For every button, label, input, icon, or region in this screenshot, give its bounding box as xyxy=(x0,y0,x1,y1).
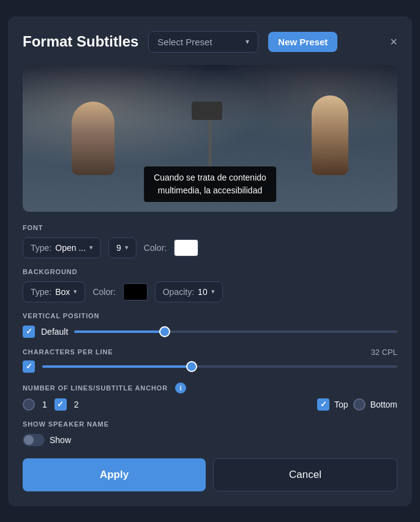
font-type-dropdown[interactable]: Type: Open ... ▾ xyxy=(23,237,101,258)
lines-options-row: 1 2 Top Bottom xyxy=(23,398,397,411)
chevron-down-icon: ▾ xyxy=(211,288,215,296)
top-label: Top xyxy=(334,400,348,409)
lines-option-2-radio[interactable] xyxy=(54,398,67,411)
person-silhouette-1 xyxy=(72,102,114,175)
lines-option-2-label: 2 xyxy=(74,400,79,409)
lines-header-row: NUMBER OF LINES/SUBTITLE ANCHOR i xyxy=(23,382,397,393)
format-subtitles-dialog: Format Subtitles Select Preset ▾ New Pre… xyxy=(8,17,412,506)
cpl-section-label: CHARACTERS PER LINE xyxy=(23,348,113,356)
cpl-row xyxy=(23,360,397,373)
cpl-slider-thumb[interactable] xyxy=(186,361,197,372)
info-icon[interactable]: i xyxy=(175,382,186,393)
cpl-value-label: 32 CPL xyxy=(371,348,397,357)
toggle-thumb xyxy=(24,435,34,445)
font-size-value: 9 xyxy=(116,243,121,253)
vertical-position-row: Default xyxy=(23,326,397,338)
cpl-slider-fill xyxy=(42,365,192,368)
font-color-swatch[interactable] xyxy=(174,239,198,256)
vertical-position-label: VERTICAL POSITION xyxy=(23,312,397,319)
bottom-label: Bottom xyxy=(370,400,397,409)
chevron-down-icon: ▾ xyxy=(89,244,93,252)
dialog-header: Format Subtitles Select Preset ▾ New Pre… xyxy=(23,31,397,53)
show-speaker-toggle-wrap: Show xyxy=(23,434,397,446)
show-speaker-toggle[interactable] xyxy=(23,434,45,446)
lines-option-1-radio[interactable] xyxy=(23,398,35,411)
lines-section-label: NUMBER OF LINES/SUBTITLE ANCHOR xyxy=(23,384,168,392)
person-silhouette-2 xyxy=(312,95,348,175)
dialog-title: Format Subtitles xyxy=(23,33,138,50)
bg-color-label: Color: xyxy=(92,287,115,297)
font-type-value: Open ... xyxy=(55,243,86,253)
bg-color-swatch[interactable] xyxy=(123,283,148,300)
font-row: Type: Open ... ▾ 9 ▾ Color: xyxy=(23,237,397,258)
cpl-checkbox[interactable] xyxy=(23,360,35,373)
show-speaker-section: SHOW SPEAKER NAME Show xyxy=(23,420,397,446)
vertical-default-checkbox[interactable] xyxy=(23,326,35,338)
font-type-prefix: Type: xyxy=(31,243,51,253)
vertical-default-label: Default xyxy=(41,327,68,337)
chevron-down-icon: ▾ xyxy=(125,244,129,252)
subtitle-line-1: Cuando se trata de contenido xyxy=(154,171,266,184)
vertical-slider-fill xyxy=(74,330,165,333)
font-section: FONT Type: Open ... ▾ 9 ▾ Color: xyxy=(23,224,397,258)
top-checkbox[interactable] xyxy=(317,398,329,411)
background-section: BACKGROUND Type: Box ▾ Color: Opacity: 1… xyxy=(23,268,397,302)
show-speaker-section-label: SHOW SPEAKER NAME xyxy=(23,420,397,428)
select-preset-button[interactable]: Select Preset ▾ xyxy=(148,31,258,53)
action-buttons: Apply Cancel xyxy=(23,458,397,491)
background-section-label: BACKGROUND xyxy=(23,268,397,275)
chevron-down-icon: ▾ xyxy=(246,37,249,46)
cpl-section: CHARACTERS PER LINE 32 CPL xyxy=(23,348,397,373)
background-row: Type: Box ▾ Color: Opacity: 10 ▾ xyxy=(23,282,397,302)
cancel-button[interactable]: Cancel xyxy=(213,458,397,491)
font-color-label: Color: xyxy=(144,243,167,253)
lines-anchor-section: NUMBER OF LINES/SUBTITLE ANCHOR i 1 2 To… xyxy=(23,382,397,411)
bg-type-value: Box xyxy=(55,287,70,297)
font-size-dropdown[interactable]: 9 ▾ xyxy=(108,237,137,258)
lines-option-1-label: 1 xyxy=(42,400,47,409)
top-bottom-group: Top Bottom xyxy=(317,398,397,411)
opacity-dropdown[interactable]: Opacity: 10 ▾ xyxy=(155,282,223,302)
vertical-position-slider[interactable] xyxy=(74,330,397,333)
show-speaker-label: Show xyxy=(50,435,71,445)
font-section-label: FONT xyxy=(23,224,397,231)
vertical-slider-thumb[interactable] xyxy=(159,326,170,337)
apply-button[interactable]: Apply xyxy=(23,458,206,491)
video-preview: Cuando se trata de contenido multimedia,… xyxy=(23,65,397,212)
vertical-position-section: VERTICAL POSITION Default xyxy=(23,312,397,338)
cpl-slider[interactable] xyxy=(42,365,397,368)
opacity-value: 10 xyxy=(198,287,208,297)
cpl-header-row: CHARACTERS PER LINE 32 CPL xyxy=(23,348,397,357)
select-preset-label: Select Preset xyxy=(157,37,212,47)
new-preset-button[interactable]: New Preset xyxy=(268,32,337,52)
chevron-down-icon: ▾ xyxy=(73,288,77,296)
subtitle-overlay: Cuando se trata de contenido multimedia,… xyxy=(144,166,276,202)
background-type-dropdown[interactable]: Type: Box ▾ xyxy=(23,282,85,302)
bg-type-prefix: Type: xyxy=(31,287,51,297)
camera-head xyxy=(192,102,222,120)
bottom-checkbox[interactable] xyxy=(353,398,366,411)
opacity-prefix: Opacity: xyxy=(163,287,194,297)
subtitle-line-2: multimedia, la accesibilidad xyxy=(154,184,266,197)
close-button[interactable]: × xyxy=(390,35,397,49)
